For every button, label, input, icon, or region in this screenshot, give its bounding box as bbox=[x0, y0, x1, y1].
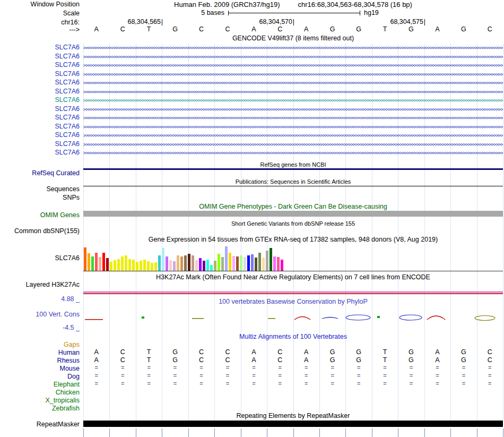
snps-track-label[interactable]: SNPs bbox=[0, 194, 80, 201]
conservation-track-label[interactable]: 100 Vert. Cons bbox=[0, 311, 80, 318]
gtex-tissue-bar[interactable] bbox=[117, 259, 120, 271]
gencode-gene-model[interactable]: >>>>>>>>>>>>>>>>>>>>>>>>>>>>>>>>>>>>>>>>… bbox=[83, 53, 503, 61]
gtex-tissue-bar[interactable] bbox=[273, 256, 276, 271]
omim-genes-track-bar[interactable] bbox=[83, 211, 503, 217]
multiz-species-label[interactable]: Elephant bbox=[0, 381, 80, 388]
gtex-tissue-bar[interactable] bbox=[192, 255, 194, 271]
gencode-gene-label[interactable]: SLC7A6 bbox=[0, 53, 80, 60]
gencode-gene-label[interactable]: SLC7A6 bbox=[0, 132, 80, 139]
gtex-tissue-bar[interactable] bbox=[95, 253, 98, 271]
gtex-tissue-bar[interactable] bbox=[240, 255, 242, 271]
gencode-gene-model[interactable]: >>>>>>>>>>>>>>>>>>>>>>>>>>>>>>>>>>>>>>>>… bbox=[83, 71, 503, 78]
multiz-species-label[interactable]: Human bbox=[0, 349, 80, 356]
repeatmasker-track-bar[interactable] bbox=[83, 421, 503, 427]
gtex-tissue-bar[interactable] bbox=[195, 260, 198, 271]
gtex-tissue-bar[interactable] bbox=[169, 260, 172, 271]
gtex-tissue-bar[interactable] bbox=[184, 255, 187, 271]
gtex-tissue-bar[interactable] bbox=[206, 260, 209, 271]
gtex-tissue-bar[interactable] bbox=[88, 253, 90, 271]
gtex-tissue-bar[interactable] bbox=[140, 261, 142, 271]
multiz-species-label[interactable]: X_tropicalis bbox=[0, 397, 80, 404]
gencode-gene-label[interactable]: SLC7A6 bbox=[0, 71, 80, 78]
gtex-tissue-bar[interactable] bbox=[102, 253, 105, 271]
gtex-tissue-bar[interactable] bbox=[247, 255, 250, 271]
gtex-tissue-bar[interactable] bbox=[236, 256, 239, 271]
gtex-tissue-bar[interactable] bbox=[225, 246, 228, 271]
gtex-tissue-bar[interactable] bbox=[199, 258, 202, 271]
gtex-tissue-bar[interactable] bbox=[173, 261, 176, 271]
h3k27ac-signal-line[interactable] bbox=[83, 293, 503, 294]
refseq-track-label[interactable]: RefSeq Curated bbox=[0, 170, 80, 177]
gtex-tissue-bar[interactable] bbox=[221, 257, 224, 271]
multiz-species-label[interactable]: Gaps bbox=[0, 341, 80, 348]
gencode-gene-label[interactable]: SLC7A6 bbox=[0, 141, 80, 148]
gtex-tissue-bar[interactable] bbox=[166, 256, 168, 271]
omim-track-label[interactable]: OMIM Genes bbox=[0, 212, 80, 219]
multiz-species-label[interactable]: Rhesus bbox=[0, 357, 80, 364]
gtex-tissue-bar[interactable] bbox=[158, 255, 161, 271]
gtex-tissue-bar[interactable] bbox=[99, 257, 101, 271]
gtex-tissue-bar[interactable] bbox=[147, 261, 150, 271]
gencode-gene-model[interactable]: >>>>>>>>>>>>>>>>>>>>>>>>>>>>>>>>>>>>>>>>… bbox=[83, 141, 503, 148]
gencode-gene-model[interactable]: >>>>>>>>>>>>>>>>>>>>>>>>>>>>>>>>>>>>>>>>… bbox=[83, 106, 503, 113]
gencode-gene-label[interactable]: SLC7A6 bbox=[0, 106, 80, 113]
gtex-tissue-bar[interactable] bbox=[262, 258, 265, 271]
gtex-tissue-bar[interactable] bbox=[125, 255, 127, 271]
gtex-tissue-bar[interactable] bbox=[255, 258, 257, 271]
gtex-tissue-bar[interactable] bbox=[251, 254, 254, 271]
gtex-tissue-bar[interactable] bbox=[244, 257, 246, 271]
gencode-gene-model[interactable]: >>>>>>>>>>>>>>>>>>>>>>>>>>>>>>>>>>>>>>>>… bbox=[83, 62, 503, 69]
gtex-tissue-bar[interactable] bbox=[143, 260, 146, 271]
gtex-tissue-bar[interactable] bbox=[188, 254, 190, 271]
refseq-track-bar[interactable] bbox=[83, 168, 503, 170]
gtex-tissue-bar[interactable] bbox=[106, 258, 109, 271]
gtex-tissue-bar[interactable] bbox=[114, 260, 116, 271]
gtex-tissue-bar[interactable] bbox=[128, 259, 131, 271]
gencode-gene-label[interactable]: SLC7A6 bbox=[0, 149, 80, 156]
gencode-gene-label[interactable]: SLC7A6 bbox=[0, 62, 80, 68]
gtex-tissue-bar[interactable] bbox=[162, 248, 164, 271]
gtex-tissue-bar[interactable] bbox=[132, 260, 135, 271]
gencode-gene-model[interactable]: >>>>>>>>>>>>>>>>>>>>>>>>>>>>>>>>>>>>>>>>… bbox=[83, 149, 503, 157]
gtex-tissue-bar[interactable] bbox=[266, 251, 268, 271]
gencode-gene-label[interactable]: SLC7A6 bbox=[0, 44, 80, 51]
gencode-gene-label[interactable]: SLC7A6 bbox=[0, 123, 80, 130]
gtex-tissue-bar[interactable] bbox=[214, 261, 216, 271]
multiz-species-label[interactable]: Chicken bbox=[0, 389, 80, 396]
gencode-gene-label[interactable]: SLC7A6 bbox=[0, 79, 80, 86]
gtex-tissue-bar[interactable] bbox=[232, 256, 235, 271]
gencode-gene-model[interactable]: >>>>>>>>>>>>>>>>>>>>>>>>>>>>>>>>>>>>>>>>… bbox=[83, 132, 503, 139]
h3k27ac-signal-line[interactable] bbox=[83, 292, 503, 293]
gtex-tissue-bar[interactable] bbox=[281, 260, 283, 271]
gtex-tissue-bar[interactable] bbox=[177, 255, 179, 271]
gtex-bar-chart[interactable] bbox=[83, 245, 503, 271]
gtex-tissue-bar[interactable] bbox=[258, 253, 261, 271]
gtex-tissue-bar[interactable] bbox=[277, 257, 280, 271]
h3k27ac-track-label[interactable]: Layered H3K27Ac bbox=[0, 281, 80, 288]
gtex-tissue-bar[interactable] bbox=[151, 263, 153, 271]
gencode-gene-model[interactable]: >>>>>>>>>>>>>>>>>>>>>>>>>>>>>>>>>>>>>>>>… bbox=[83, 123, 503, 131]
gencode-gene-model[interactable]: >>>>>>>>>>>>>>>>>>>>>>>>>>>>>>>>>>>>>>>>… bbox=[83, 88, 503, 96]
gtex-tissue-bar[interactable] bbox=[110, 262, 112, 271]
gtex-tissue-bar[interactable] bbox=[210, 265, 213, 271]
gtex-tissue-bar[interactable] bbox=[136, 262, 138, 271]
dbsnp-track-label[interactable]: Common dbSNP(155) bbox=[0, 228, 80, 235]
sequences-track-label[interactable]: Sequences bbox=[0, 186, 80, 193]
gencode-gene-model[interactable]: >>>>>>>>>>>>>>>>>>>>>>>>>>>>>>>>>>>>>>>>… bbox=[83, 44, 503, 52]
gencode-gene-model[interactable]: >>>>>>>>>>>>>>>>>>>>>>>>>>>>>>>>>>>>>>>>… bbox=[83, 79, 503, 87]
gtex-tissue-bar[interactable] bbox=[203, 261, 205, 271]
gtex-tissue-bar[interactable] bbox=[121, 256, 124, 271]
gtex-tissue-bar[interactable] bbox=[270, 248, 272, 271]
gencode-gene-label[interactable]: SLC7A6 bbox=[0, 88, 80, 95]
gtex-tissue-bar[interactable] bbox=[180, 256, 183, 271]
gtex-tissue-bar[interactable] bbox=[91, 256, 94, 271]
gtex-tissue-bar[interactable] bbox=[218, 254, 220, 271]
conservation-track[interactable] bbox=[83, 308, 503, 327]
multiz-species-label[interactable]: Mouse bbox=[0, 365, 80, 372]
multiz-species-label[interactable]: Dog bbox=[0, 373, 80, 380]
gtex-track-label[interactable]: SLC7A6 bbox=[0, 255, 80, 262]
multiz-species-label[interactable]: Zebrafish bbox=[0, 405, 80, 412]
gencode-gene-label[interactable]: SLC7A6 bbox=[0, 114, 80, 121]
publications-track-bar[interactable] bbox=[83, 186, 503, 186]
gencode-gene-model[interactable]: >>>>>>>>>>>>>>>>>>>>>>>>>>>>>>>>>>>>>>>>… bbox=[83, 114, 503, 122]
